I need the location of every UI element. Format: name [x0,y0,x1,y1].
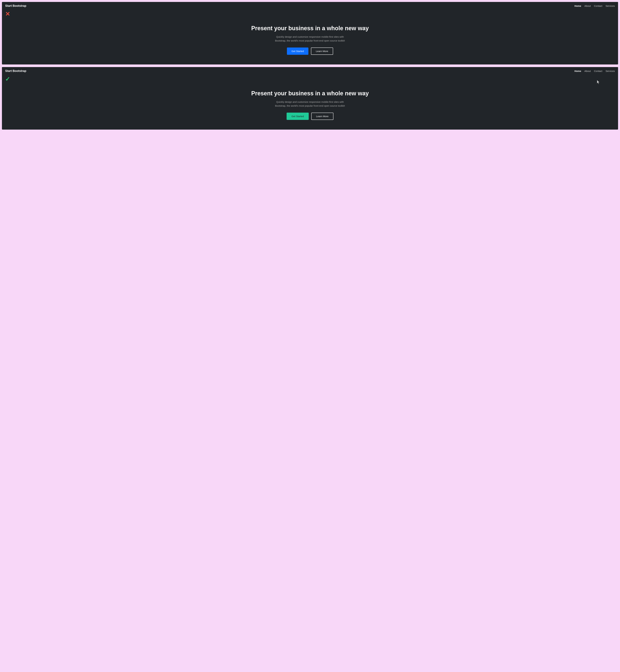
status-icon-area-1: ✕ [2,10,618,18]
nav-item-home-2[interactable]: Home [574,69,581,73]
hero-1: Present your business in a whole new way… [2,18,618,64]
hero-2: Present your business in a whole new way… [2,83,618,130]
panel-1: Start Bootstrap Home About Contact Servi… [2,2,618,64]
get-started-button-2[interactable]: Get Started [287,113,309,120]
hero-heading-2: Present your business in a whole new way [5,90,615,97]
screenshot-container: Start Bootstrap Home About Contact Servi… [2,2,618,130]
check-icon: ✓ [5,76,10,82]
navbar-1: Start Bootstrap Home About Contact Servi… [2,2,618,10]
status-icon-area-2: ✓ [2,75,618,83]
nav-item-about-1[interactable]: About [584,4,591,7]
get-started-button-1[interactable]: Get Started [287,48,308,55]
x-icon: ✕ [5,11,10,17]
learn-more-button-2[interactable]: Learn More [311,113,333,120]
cursor-icon [597,80,600,85]
navbar-nav-2: Home About Contact Services [574,69,615,73]
hero-subheading-2: Quickly design and customize responsive … [271,100,349,108]
nav-item-about-2[interactable]: About [584,69,591,73]
hero-buttons-1: Get Started Learn More [5,48,615,55]
nav-item-contact-2[interactable]: Contact [594,69,603,73]
learn-more-button-1[interactable]: Learn More [311,48,333,55]
nav-item-services-1[interactable]: Services [606,4,615,7]
nav-item-contact-1[interactable]: Contact [594,4,603,7]
navbar-brand-1[interactable]: Start Bootstrap [5,4,26,8]
nav-item-home-1[interactable]: Home [574,4,581,7]
hero-heading-1: Present your business in a whole new way [5,25,615,32]
navbar-brand-2[interactable]: Start Bootstrap [5,69,26,73]
panel-2: Start Bootstrap Home About Contact Servi… [2,67,618,130]
navbar-nav-1: Home About Contact Services [574,4,615,7]
navbar-2: Start Bootstrap Home About Contact Servi… [2,67,618,75]
nav-item-services-2[interactable]: Services [606,69,615,73]
hero-subheading-1: Quickly design and customize responsive … [271,35,349,43]
hero-buttons-2: Get Started Learn More [5,113,615,120]
